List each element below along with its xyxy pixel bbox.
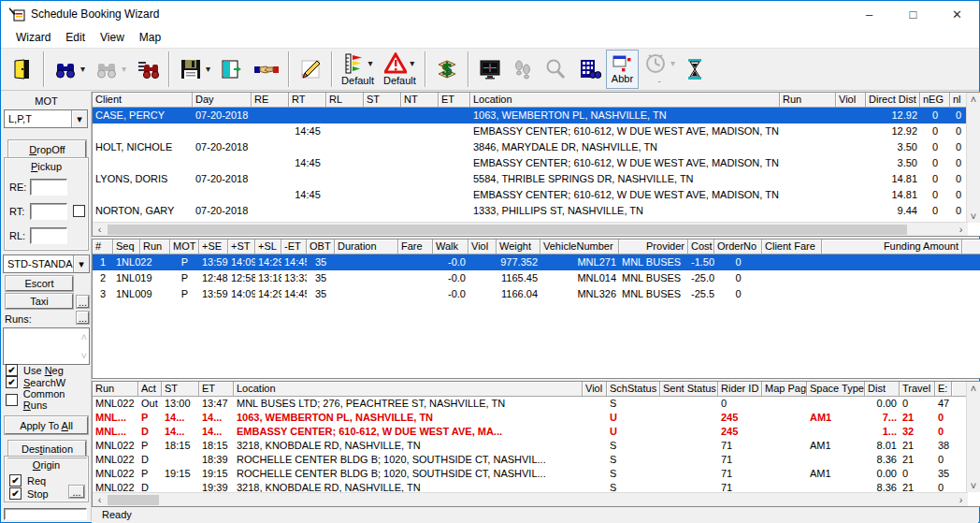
- menu-item-wizard[interactable]: Wizard: [8, 28, 58, 47]
- column-header[interactable]: Location: [234, 382, 583, 397]
- column-header[interactable]: Funding Amount: [822, 240, 962, 254]
- table-row[interactable]: 14:45EMBASSY CENTER; 610-612, W DUE WEST…: [93, 123, 968, 139]
- violation-default-button[interactable]: ▾ Default: [379, 50, 421, 89]
- use-neg-checkbox[interactable]: ✔: [6, 364, 18, 376]
- stop-browse-button[interactable]: ...: [69, 486, 84, 498]
- column-header[interactable]: #: [93, 240, 113, 254]
- split-view-button[interactable]: [215, 50, 249, 89]
- use-neg-option[interactable]: ✔ Use Neg: [6, 364, 64, 376]
- scroll-left-icon[interactable]: ‹: [93, 493, 107, 506]
- table-row[interactable]: 31NL009P13:5914:0914:2914:4535-0.01166.0…: [93, 286, 980, 302]
- table-row[interactable]: MNL022D19:393218, KNOBDALE RD, NASHVILLE…: [93, 481, 968, 492]
- column-header[interactable]: ST: [364, 93, 401, 108]
- column-header[interactable]: NT: [401, 93, 439, 108]
- column-header[interactable]: E:: [935, 382, 952, 397]
- searchw-option[interactable]: ✔ SearchW: [6, 376, 65, 388]
- column-header[interactable]: RT: [289, 93, 326, 108]
- taxi-browse-button[interactable]: ...: [77, 296, 89, 308]
- edit-button[interactable]: [294, 50, 327, 89]
- column-header[interactable]: Walk: [433, 240, 468, 254]
- scroll-down-icon[interactable]: ˅: [967, 210, 980, 223]
- table-row[interactable]: MNL...D14...14...EMBASSY CENTER; 610-612…: [93, 425, 968, 439]
- rt-field[interactable]: [30, 203, 67, 220]
- scroll-down-icon[interactable]: ˅: [967, 479, 980, 492]
- save-button[interactable]: ▾: [174, 50, 215, 89]
- stop-checkbox[interactable]: ✔: [9, 487, 22, 500]
- dropoff-tab-button[interactable]: DropOff: [8, 140, 86, 158]
- column-header[interactable]: Day: [193, 93, 252, 108]
- rt-checkbox[interactable]: [73, 205, 85, 217]
- find-address-button[interactable]: [572, 50, 606, 89]
- column-header[interactable]: Run: [93, 382, 138, 397]
- origin-tab-label[interactable]: Origin: [5, 457, 88, 471]
- service-type-dropdown-button[interactable]: ▾: [73, 255, 89, 272]
- column-header[interactable]: Client: [93, 93, 193, 108]
- taxi-button[interactable]: Taxi: [6, 294, 73, 309]
- escort-button[interactable]: Escort: [6, 276, 73, 291]
- scrollbar-thumb[interactable]: [108, 495, 159, 505]
- table-row[interactable]: MNL022P19:1519:15ROCHELLE CENTER BLDG B;…: [93, 467, 968, 481]
- table-row[interactable]: HOLT, NICHOLE07-20-20183846, MARYDALE DR…: [93, 139, 968, 155]
- maximize-button[interactable]: □: [891, 1, 935, 27]
- req-option[interactable]: ✔ Req: [9, 474, 46, 487]
- itinerary-vertical-scrollbar[interactable]: ˄ ˅: [966, 382, 980, 492]
- column-header[interactable]: VehicleNumber: [540, 240, 619, 254]
- column-header[interactable]: Viol: [836, 93, 866, 108]
- scroll-right-icon[interactable]: ›: [954, 223, 968, 236]
- column-header[interactable]: Map Page: [762, 382, 807, 397]
- column-header[interactable]: Rider ID: [718, 382, 762, 397]
- column-header[interactable]: +SL: [255, 240, 281, 254]
- close-button[interactable]: ✕: [935, 1, 979, 27]
- column-header[interactable]: OrderNo: [714, 240, 762, 254]
- map-display-button[interactable]: [473, 50, 507, 89]
- table-row[interactable]: 21NL019P12:4812:5813:1813:3335-0.01165.4…: [93, 270, 980, 286]
- menu-item-map[interactable]: Map: [132, 28, 168, 47]
- column-header[interactable]: Act: [138, 382, 162, 397]
- table-row[interactable]: MNL...P14...14...1063, WEMBERTON PL, NAS…: [93, 411, 968, 425]
- column-header[interactable]: -ET: [281, 240, 307, 254]
- handshake-button[interactable]: [249, 50, 284, 89]
- bookings-horizontal-scrollbar[interactable]: ‹ ›: [93, 222, 968, 236]
- stop-option[interactable]: ✔ Stop: [9, 487, 49, 500]
- scroll-right-icon[interactable]: ›: [954, 493, 968, 506]
- scroll-up-icon[interactable]: ˄: [967, 93, 980, 106]
- hourglass-button[interactable]: [680, 50, 710, 89]
- bookings-vertical-scrollbar[interactable]: ˄ ˅: [966, 93, 980, 223]
- column-header[interactable]: Viol: [468, 240, 497, 254]
- runs-listbox[interactable]: ˄ ˅: [3, 327, 90, 365]
- column-header[interactable]: +ST: [228, 240, 255, 254]
- column-header[interactable]: Direct Dist: [866, 93, 920, 108]
- itinerary-horizontal-scrollbar[interactable]: ‹ ›: [93, 492, 968, 506]
- mot-combobox[interactable]: L,P,T ▾: [4, 109, 88, 128]
- re-field[interactable]: [30, 179, 67, 196]
- table-row[interactable]: MNL022Out13:0013:47MNL BUSES LTD; 276, P…: [93, 397, 968, 411]
- column-header[interactable]: Client Fare: [762, 240, 822, 254]
- column-header[interactable]: Run: [140, 240, 170, 254]
- column-header[interactable]: +SE: [199, 240, 228, 254]
- column-header[interactable]: ET: [199, 382, 234, 397]
- table-row[interactable]: NORTON, GARY07-20-20181333, PHILLIPS ST,…: [93, 203, 968, 219]
- column-header[interactable]: Viol: [583, 382, 607, 397]
- table-row[interactable]: CASE, PERCY07-20-20181063, WEMBERTON PL,…: [93, 108, 968, 123]
- column-header[interactable]: Provider: [619, 240, 688, 254]
- column-header[interactable]: RE: [252, 93, 289, 108]
- table-row[interactable]: MNL022D18:39ROCHELLE CENTER BLDG B; 1020…: [93, 453, 968, 467]
- common-runs-checkbox[interactable]: [6, 394, 18, 406]
- runs-browse-button[interactable]: ...: [77, 312, 89, 324]
- column-header[interactable]: Weight: [497, 240, 540, 254]
- find-client-button[interactable]: ▾: [49, 50, 90, 89]
- column-header[interactable]: nEG: [920, 93, 950, 108]
- table-row[interactable]: 14:45EMBASSY CENTER; 610-612, W DUE WEST…: [93, 187, 968, 203]
- column-header[interactable]: Sent Status: [660, 382, 718, 397]
- scroll-up-icon[interactable]: ˄: [967, 382, 980, 395]
- rl-field[interactable]: [30, 227, 67, 244]
- column-header[interactable]: ET: [439, 93, 470, 108]
- column-header[interactable]: MOT: [170, 240, 199, 254]
- column-header[interactable]: OBT: [307, 240, 335, 254]
- column-header[interactable]: Duration: [335, 240, 398, 254]
- table-row[interactable]: LYONS, DORIS07-20-20185584, THRIBLE SPRI…: [93, 171, 968, 187]
- service-type-combobox[interactable]: STD-STANDA ▾: [3, 254, 90, 273]
- searchw-checkbox[interactable]: ✔: [6, 376, 18, 388]
- exit-button[interactable]: [6, 50, 39, 89]
- scroll-left-icon[interactable]: ‹: [93, 223, 107, 236]
